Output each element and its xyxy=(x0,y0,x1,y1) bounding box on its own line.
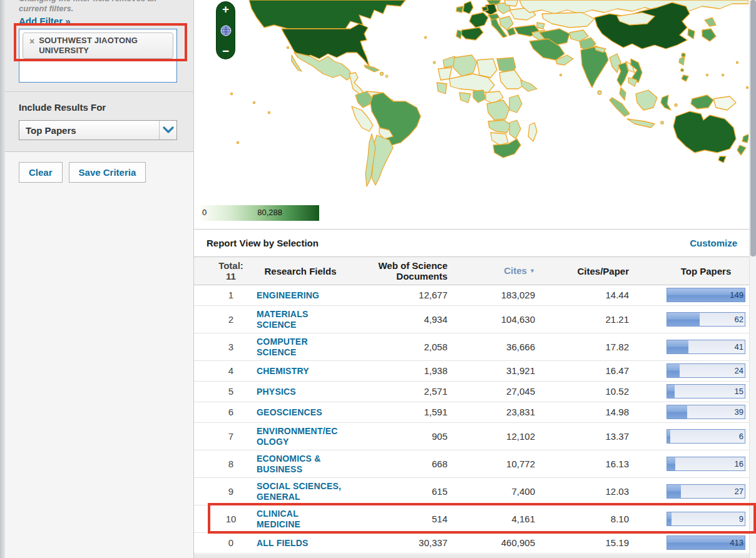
report-header-bar: Report View by Selection Customize xyxy=(194,229,756,256)
window-edge xyxy=(0,0,5,558)
row-rank: 5 xyxy=(213,386,249,397)
row-cites-per-paper: 14.44 xyxy=(535,290,629,300)
row-documents: 1,938 xyxy=(344,365,447,376)
top-papers-value: 27 xyxy=(735,487,743,496)
results-type-value: Top Papers xyxy=(19,125,159,136)
top-papers-bar: 16 xyxy=(667,457,745,471)
row-cites: 31,921 xyxy=(447,365,535,376)
remove-filter-icon[interactable]: × xyxy=(29,36,34,46)
research-field-link[interactable]: COMPUTER SCIENCE xyxy=(257,337,308,357)
table-row: 8 ECONOMICS & BUSINESS 668 10,772 16.13 … xyxy=(194,450,749,478)
results-type-dropdown[interactable]: Top Papers xyxy=(19,120,177,140)
row-documents: 2,058 xyxy=(344,342,447,352)
add-filter-link[interactable]: Add Filter » xyxy=(19,16,71,26)
row-cites-per-paper: 21.21 xyxy=(535,314,629,325)
top-papers-bar: 39 xyxy=(667,405,745,419)
vertical-scrollbar[interactable] xyxy=(749,0,756,558)
page: Changing the filter field removes all cu… xyxy=(0,0,756,558)
table-row: 3 COMPUTER SCIENCE 2,058 36,666 17.82 41 xyxy=(194,333,749,361)
report-title: Report View by Selection xyxy=(194,238,319,248)
map-zoom-control: + − xyxy=(216,1,235,59)
include-results-label: Include Results For xyxy=(19,102,106,113)
filter-tag-label: SOUTHWEST JIAOTONG UNIVERSITY xyxy=(39,36,169,56)
research-field-link[interactable]: ENGINEERING xyxy=(257,290,319,300)
row-cites-per-paper: 12.03 xyxy=(535,486,629,497)
row-rank: 1 xyxy=(213,290,249,300)
row-cites-per-paper: 15.19 xyxy=(535,537,629,548)
table-row: 2 MATERIALS SCIENCE 4,934 104,630 21.21 … xyxy=(194,306,749,333)
clear-button[interactable]: Clear xyxy=(19,162,63,183)
row-documents: 514 xyxy=(344,514,447,524)
table-body: 1 ENGINEERING 12,677 183,029 14.44 149 2… xyxy=(194,285,749,554)
table-row: 9 SOCIAL SCIENCES, GENERAL 615 7,400 12.… xyxy=(194,478,749,505)
table-row: 7 ENVIRONMENT/ECOLOGY 905 12,102 13.37 6 xyxy=(194,423,749,450)
research-field-link[interactable]: ECONOMICS & BUSINESS xyxy=(257,454,321,474)
zoom-in-button[interactable]: + xyxy=(222,4,229,15)
research-field-link[interactable]: CHEMISTRY xyxy=(257,366,309,376)
map-north-america xyxy=(249,0,406,95)
table-row: 4 CHEMISTRY 1,938 31,921 16.47 24 xyxy=(194,361,749,382)
top-papers-bar: 24 xyxy=(667,363,745,378)
filter-tag[interactable]: × SOUTHWEST JIAOTONG UNIVERSITY xyxy=(23,33,173,59)
top-papers-bar: 15 xyxy=(667,384,745,398)
top-papers-bar-fill xyxy=(667,385,675,398)
research-field-link[interactable]: CLINICAL MEDICINE xyxy=(257,509,300,529)
customize-link[interactable]: Customize xyxy=(690,238,756,248)
research-field-link[interactable]: MATERIALS SCIENCE xyxy=(257,309,308,330)
main-content: + − 0 80,288 xyxy=(194,0,756,558)
save-criteria-button[interactable]: Save Criteria xyxy=(69,162,146,183)
row-cites-per-paper: 16.13 xyxy=(535,459,629,469)
sidebar-divider xyxy=(0,91,194,92)
row-cites: 12,102 xyxy=(447,431,535,442)
row-documents: 1,591 xyxy=(344,407,447,417)
row-cites: 4,161 xyxy=(447,514,535,524)
scrollbar-thumb[interactable] xyxy=(750,0,756,256)
row-cites: 183,029 xyxy=(447,290,535,300)
filter-note-line2: current filters. xyxy=(19,4,181,14)
table-header: Total: 11 Research Fields Web of Science… xyxy=(194,256,749,285)
row-rank: 0 xyxy=(213,537,249,548)
top-papers-bar-fill xyxy=(667,485,681,498)
top-papers-value: 41 xyxy=(735,342,743,352)
top-papers-bar-fill xyxy=(667,364,680,377)
row-rank: 2 xyxy=(213,314,249,325)
column-documents: Web of Science Documents xyxy=(344,260,447,282)
top-papers-bar: 62 xyxy=(667,312,745,327)
chevron-down-icon xyxy=(159,121,176,140)
world-map-svg[interactable] xyxy=(194,0,748,225)
row-cites: 460,905 xyxy=(447,537,535,548)
column-total: Total: 11 xyxy=(213,260,249,282)
row-rank: 8 xyxy=(213,459,249,469)
research-field-link[interactable]: SOCIAL SCIENCES, GENERAL xyxy=(257,481,341,502)
top-papers-value: 413 xyxy=(730,538,743,547)
map-east-asia xyxy=(595,3,716,100)
column-cites-sort[interactable]: Cites ▼ xyxy=(447,265,535,276)
research-field-link[interactable]: ENVIRONMENT/ECOLOGY xyxy=(257,426,338,447)
zoom-out-button[interactable]: − xyxy=(222,46,229,57)
research-field-link[interactable]: ALL FIELDS xyxy=(257,538,309,548)
column-top-papers: Top Papers xyxy=(667,266,745,276)
filters-sidebar: Changing the filter field removes all cu… xyxy=(0,0,194,558)
row-cites-per-paper: 8.10 xyxy=(535,514,629,524)
top-papers-bar-fill xyxy=(667,512,672,525)
row-documents: 4,934 xyxy=(344,314,447,325)
row-cites: 27,045 xyxy=(447,386,535,397)
world-map[interactable]: + − 0 80,288 xyxy=(194,0,748,225)
top-papers-bar: 6 xyxy=(667,429,745,444)
globe-icon[interactable] xyxy=(220,24,232,37)
column-research-fields: Research Fields xyxy=(257,266,344,276)
research-field-link[interactable]: GEOSCIENCES xyxy=(257,407,322,417)
research-field-link[interactable]: PHYSICS xyxy=(257,387,296,397)
table-row: 6 GEOSCIENCES 1,591 23,831 14.98 39 xyxy=(194,402,749,423)
top-papers-bar-fill xyxy=(667,340,688,353)
top-papers-bar-fill xyxy=(667,313,700,326)
map-oceania xyxy=(610,90,748,163)
row-cites: 7,400 xyxy=(447,486,535,497)
row-rank: 3 xyxy=(213,342,249,352)
top-papers-value: 9 xyxy=(739,514,743,524)
row-cites: 36,666 xyxy=(447,342,535,352)
row-rank: 9 xyxy=(213,486,249,497)
page-bottom-strip xyxy=(194,554,756,558)
row-cites-per-paper: 10.52 xyxy=(535,386,629,397)
map-africa xyxy=(437,55,537,158)
